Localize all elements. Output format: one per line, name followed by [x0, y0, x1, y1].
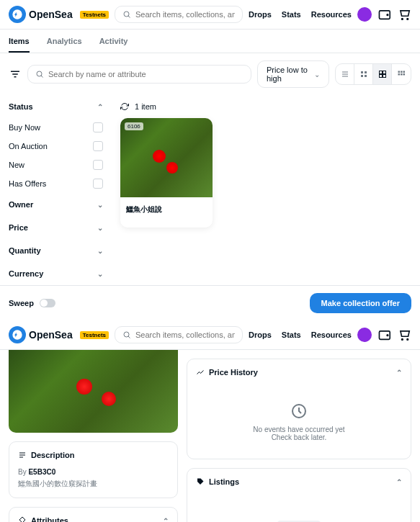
- view-list-icon[interactable]: [336, 64, 354, 84]
- listings-header[interactable]: Listings ⌃: [187, 469, 411, 495]
- svg-rect-23: [401, 71, 403, 73]
- tab-analytics[interactable]: Analytics: [47, 37, 82, 53]
- search-icon: [122, 330, 131, 339]
- description-header[interactable]: Description: [9, 442, 177, 468]
- opensea-logo-icon: [9, 326, 26, 343]
- tab-items[interactable]: Items: [9, 37, 30, 53]
- chevron-down-icon: ⌄: [97, 270, 103, 278]
- svg-line-29: [128, 336, 130, 338]
- checkbox[interactable]: [93, 141, 103, 151]
- nav-drops[interactable]: Drops: [249, 330, 272, 339]
- svg-point-3: [387, 14, 388, 16]
- svg-point-33: [407, 339, 408, 341]
- view-grid-large-icon[interactable]: [373, 64, 392, 84]
- global-search-input[interactable]: [135, 10, 235, 19]
- nav-resources[interactable]: Resources: [311, 10, 352, 19]
- item-tag: 6106: [125, 122, 143, 130]
- detail-right-column: Price History ⌃ No events have occurred …: [187, 350, 411, 522]
- view-grid-small-icon[interactable]: [354, 64, 373, 84]
- nav-links: Drops Stats Resources: [249, 10, 352, 19]
- svg-rect-22: [398, 71, 401, 73]
- global-search[interactable]: [115, 326, 243, 343]
- item-count: 1 item: [135, 102, 156, 111]
- price-history-header[interactable]: Price History ⌃: [187, 359, 411, 385]
- svg-line-1: [128, 16, 130, 18]
- search-icon: [122, 10, 131, 19]
- global-search-input[interactable]: [135, 330, 235, 339]
- svg-rect-27: [403, 73, 406, 76]
- opensea-logo-icon: [9, 6, 26, 23]
- sweep-toggle[interactable]: [40, 299, 55, 307]
- testnets-badge: Testnets: [80, 331, 109, 339]
- svg-line-10: [41, 76, 43, 78]
- logo[interactable]: OpenSea: [9, 326, 73, 343]
- svg-rect-19: [383, 71, 385, 74]
- brand-name: OpenSea: [29, 9, 73, 20]
- filter-currency[interactable]: Currency⌄: [9, 262, 103, 285]
- avatar[interactable]: [357, 7, 372, 22]
- chart-icon: [196, 368, 205, 377]
- chevron-up-icon: ⌃: [396, 478, 402, 486]
- filter-buy-now[interactable]: Buy Now: [9, 118, 103, 137]
- creator-name[interactable]: E5B3C0: [28, 468, 55, 476]
- filter-status[interactable]: Status⌃: [9, 95, 103, 118]
- description-panel: Description By E5B3C0 鱷魚國小的數位窺探計畫: [9, 441, 178, 498]
- item-image: 6106: [120, 118, 213, 197]
- description-icon: [18, 451, 27, 459]
- filter-has-offers[interactable]: Has Offers: [9, 174, 103, 193]
- nav-resources[interactable]: Resources: [311, 330, 352, 339]
- cart-icon[interactable]: [397, 7, 411, 22]
- filter-price[interactable]: Price⌄: [9, 216, 103, 239]
- filter-owner[interactable]: Owner⌄: [9, 193, 103, 216]
- tab-activity[interactable]: Activity: [99, 37, 128, 53]
- price-history-empty: No events have occurred yet Check back l…: [187, 385, 411, 459]
- detail-left-column: Description By E5B3C0 鱷魚國小的數位窺探計畫 Attrib…: [9, 350, 178, 522]
- checkbox[interactable]: [93, 160, 103, 170]
- chevron-up-icon: ⌃: [97, 103, 103, 111]
- filter-on-auction[interactable]: On Auction: [9, 137, 103, 156]
- items-content: 1 item 6106 鱷魚小姐說: [112, 95, 420, 285]
- checkbox[interactable]: [93, 179, 103, 189]
- filter-search-input[interactable]: [48, 70, 243, 78]
- chevron-down-icon: ⌄: [97, 201, 103, 209]
- view-grid-xl-icon[interactable]: [392, 64, 411, 84]
- svg-point-5: [407, 19, 408, 20]
- refresh-icon[interactable]: [120, 102, 129, 111]
- cart-icon[interactable]: [397, 328, 411, 342]
- svg-rect-15: [365, 71, 367, 73]
- header-top: OpenSea Testnets Drops Stats Resources: [0, 0, 420, 30]
- logo[interactable]: OpenSea: [9, 6, 73, 23]
- nav-stats[interactable]: Stats: [282, 330, 301, 339]
- filter-new[interactable]: New: [9, 156, 103, 174]
- filter-toggle-icon[interactable]: [9, 68, 22, 81]
- nav-stats[interactable]: Stats: [282, 10, 301, 19]
- view-toggle: [335, 63, 411, 85]
- svg-point-32: [402, 339, 403, 341]
- wallet-icon[interactable]: [377, 7, 392, 22]
- svg-point-31: [387, 335, 388, 336]
- description-text: 鱷魚國小的數位窺探計畫: [18, 479, 169, 489]
- nav-links: Drops Stats Resources: [249, 330, 352, 339]
- wallet-icon[interactable]: [377, 328, 392, 342]
- nav-drops[interactable]: Drops: [249, 10, 272, 19]
- svg-rect-21: [383, 75, 385, 78]
- checkbox[interactable]: [93, 122, 103, 132]
- listings-empty: No listings yet: [187, 495, 411, 522]
- filter-sidebar: Status⌃ Buy Now On Auction New Has Offer…: [0, 95, 112, 285]
- svg-rect-18: [379, 71, 382, 74]
- collection-tabs: Items Analytics Activity: [0, 30, 420, 53]
- header-detail: OpenSea Testnets Drops Stats Resources: [0, 320, 420, 350]
- sort-label: Price low to high: [267, 66, 314, 83]
- testnets-badge: Testnets: [80, 11, 109, 19]
- avatar[interactable]: [357, 328, 372, 342]
- attributes-header[interactable]: Attributes ⌃: [9, 508, 177, 522]
- sweep-label: Sweep: [9, 299, 34, 307]
- sort-select[interactable]: Price low to high ⌄: [257, 60, 329, 88]
- chevron-down-icon: ⌄: [314, 71, 320, 78]
- item-card[interactable]: 6106 鱷魚小姐說: [120, 118, 213, 228]
- filter-quantity[interactable]: Quantity⌄: [9, 239, 103, 262]
- make-offer-button[interactable]: Make collection offer: [310, 293, 411, 313]
- sweep-control: Sweep: [9, 299, 55, 307]
- filter-search[interactable]: [27, 65, 251, 84]
- global-search[interactable]: [115, 6, 243, 23]
